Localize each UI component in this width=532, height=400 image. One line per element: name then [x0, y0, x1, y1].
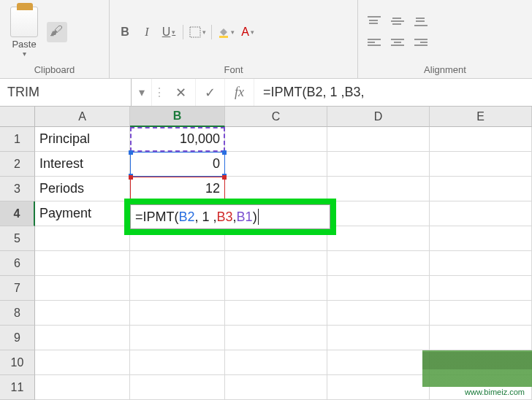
cell-d10[interactable] [327, 350, 430, 375]
row-head-10[interactable]: 10 [0, 350, 35, 375]
align-left-button[interactable] [364, 34, 384, 52]
cell-d9[interactable] [327, 326, 430, 350]
formula-ref-b3: B3 [217, 209, 233, 225]
cell-c9[interactable] [225, 326, 327, 350]
cell-e7[interactable] [430, 276, 532, 301]
enter-button[interactable]: ✓ [196, 79, 225, 106]
cancel-button[interactable]: ✕ [167, 79, 196, 106]
cell-a11[interactable] [35, 375, 130, 400]
group-label-font: Font [115, 61, 352, 77]
cell-a2[interactable]: Interest [35, 152, 130, 177]
cell-a3[interactable]: Periods [35, 177, 130, 201]
cell-d7[interactable] [327, 276, 430, 301]
align-bottom-button[interactable] [411, 12, 431, 30]
cell-a10[interactable] [35, 350, 130, 375]
svg-rect-1 [219, 36, 228, 38]
cell-c11[interactable] [225, 375, 327, 400]
watermark-url: www.bimeiz.com [462, 387, 528, 397]
formula-input[interactable]: =IPMT(B2, 1 ,B3, [254, 82, 532, 103]
cell-d4[interactable] [327, 201, 430, 226]
cell-b3[interactable]: 12 [130, 177, 225, 201]
paste-button[interactable]: Paste ▾ [6, 5, 42, 59]
align-top-button[interactable] [364, 12, 384, 30]
italic-button[interactable]: I [137, 23, 156, 42]
ribbon-group-alignment: Alignment [358, 0, 532, 78]
row-head-11[interactable]: 11 [0, 375, 35, 400]
col-head-d[interactable]: D [327, 107, 430, 127]
cell-d2[interactable] [327, 152, 430, 177]
column-header-row: A B C D E [0, 107, 532, 127]
cell-b7[interactable] [130, 276, 225, 301]
fill-color-button[interactable] [216, 23, 235, 42]
text-cursor [258, 209, 259, 225]
cell-d3[interactable] [327, 177, 430, 201]
name-box-dropdown[interactable]: ▾ [132, 79, 152, 106]
row-head-5[interactable]: 5 [0, 226, 35, 251]
cell-b6[interactable] [130, 251, 225, 276]
cell-c8[interactable] [225, 301, 327, 326]
row-head-8[interactable]: 8 [0, 301, 35, 326]
font-color-label: A [241, 26, 249, 39]
cell-e5[interactable] [430, 226, 532, 251]
cell-a9[interactable] [35, 326, 130, 350]
cell-e8[interactable] [430, 301, 532, 326]
cell-e6[interactable] [430, 251, 532, 276]
paste-label: Paste [12, 39, 36, 50]
col-head-e[interactable]: E [430, 107, 532, 127]
cell-b10[interactable] [130, 350, 225, 375]
format-painter-icon[interactable] [47, 22, 67, 42]
cell-c2[interactable] [225, 152, 327, 177]
cell-c6[interactable] [225, 251, 327, 276]
bold-button[interactable]: B [115, 23, 134, 42]
cell-d6[interactable] [327, 251, 430, 276]
cell-a1[interactable]: Principal [35, 127, 130, 152]
ribbon-group-clipboard: Paste ▾ Clipboard [0, 0, 110, 78]
row-head-9[interactable]: 9 [0, 326, 35, 350]
cell-e2[interactable] [430, 152, 532, 177]
cell-e1[interactable] [430, 127, 532, 152]
cell-b11[interactable] [130, 375, 225, 400]
cell-b9[interactable] [130, 326, 225, 350]
cell-d1[interactable] [327, 127, 430, 152]
select-all-corner[interactable] [0, 107, 35, 127]
cell-b2[interactable]: 0 [130, 152, 225, 177]
row-head-4[interactable]: 4 [0, 201, 35, 226]
chevron-down-icon[interactable]: ▾ [23, 50, 26, 58]
cell-d5[interactable] [327, 226, 430, 251]
col-head-c[interactable]: C [225, 107, 327, 127]
name-box[interactable]: TRIM [0, 79, 132, 106]
cell-d11[interactable] [327, 375, 430, 400]
insert-function-button[interactable]: fx [225, 79, 254, 106]
cell-e9[interactable] [430, 326, 532, 350]
col-head-a[interactable]: A [35, 107, 130, 127]
underline-button[interactable]: U [159, 23, 178, 42]
ribbon: Paste ▾ Clipboard B I U [0, 0, 532, 79]
cell-e3[interactable] [430, 177, 532, 201]
row-head-6[interactable]: 6 [0, 251, 35, 276]
cell-e4[interactable] [430, 201, 532, 226]
cell-c7[interactable] [225, 276, 327, 301]
cell-a7[interactable] [35, 276, 130, 301]
cell-c1[interactable] [225, 127, 327, 152]
row-head-7[interactable]: 7 [0, 276, 35, 301]
cell-c10[interactable] [225, 350, 327, 375]
font-color-button[interactable]: A [238, 23, 257, 42]
row-head-2[interactable]: 2 [0, 152, 35, 177]
align-middle-button[interactable] [387, 12, 408, 30]
cell-a5[interactable] [35, 226, 130, 251]
cell-c3[interactable] [225, 177, 327, 201]
cell-d8[interactable] [327, 301, 430, 326]
align-right-button[interactable] [411, 34, 431, 52]
cell-b1[interactable]: 10,000 [130, 127, 225, 152]
cell-editor[interactable]: =IPMT(B2, 1 ,B3, B1) [130, 204, 330, 229]
borders-button[interactable] [188, 23, 207, 42]
cell-a8[interactable] [35, 301, 130, 326]
ribbon-group-font: B I U A Font [110, 0, 358, 78]
align-center-button[interactable] [387, 34, 408, 52]
col-head-b[interactable]: B [130, 107, 225, 127]
cell-a4[interactable]: Payment [35, 201, 130, 226]
row-head-1[interactable]: 1 [0, 127, 35, 152]
cell-a6[interactable] [35, 251, 130, 276]
row-head-3[interactable]: 3 [0, 177, 35, 201]
cell-b8[interactable] [130, 301, 225, 326]
